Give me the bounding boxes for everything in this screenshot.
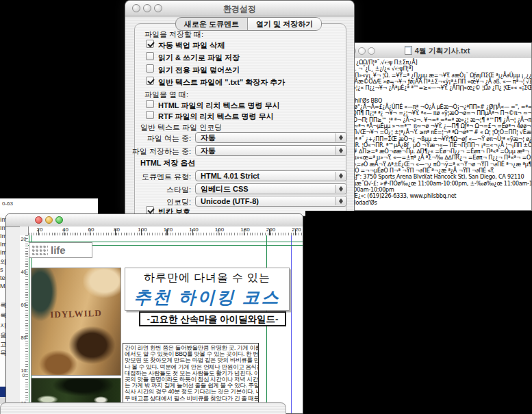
- ruler-label: 40: [21, 270, 27, 275]
- open-encoding-popup[interactable]: 자동: [195, 132, 347, 143]
- open-section-label: 파일을 열 때:: [144, 90, 188, 100]
- encoding-section-label: 일반 텍스트 파일 인코딩: [140, 122, 222, 133]
- preferences-dialog: 환경설정 새로운 도큐멘트 열기 및 저장하기 파일을 저장할 때: 자동 백업…: [125, 0, 355, 214]
- checkbox-label: HTML 파일의 리치 텍스트 명령 무시: [158, 101, 280, 111]
- html-section-label: HTML 저장 옵션: [140, 158, 195, 168]
- ruler-label: 80: [114, 227, 120, 233]
- subtitle-box[interactable]: -고요한 산속마을 아이딜와일드-: [139, 311, 286, 326]
- prefs-titlebar[interactable]: 환경설정: [125, 1, 354, 16]
- checkbox-label: RTF 파일의 리치 텍스트 명령 무시: [158, 112, 274, 122]
- popup-stepper-icon: [335, 172, 346, 180]
- checkbox-label: 읽기 전용 파일 덮어쓰기: [158, 65, 240, 75]
- headline-box[interactable]: 하루만에 다녀올 수 있는 추천 하이킹 코스: [125, 268, 290, 311]
- ruler-label: 40: [62, 227, 68, 233]
- guide-vertical-blue[interactable]: [291, 235, 292, 413]
- tab-open-save[interactable]: 열기 및 저장하기: [247, 18, 321, 30]
- ruler-corner: [20, 227, 29, 236]
- checkbox-save-readwrite[interactable]: [146, 52, 154, 60]
- ruler-label: 160: [215, 227, 224, 233]
- layout-titlebar[interactable]: [6, 214, 303, 227]
- dot-grid-icon: [31, 245, 48, 255]
- text-document-window: 4월 기획기사.txt [SD ¿ΩΩ/Π¦ª˝.√℮ψ Π±Σπ¿Å][#1.…: [342, 42, 532, 211]
- document-icon: [405, 46, 412, 55]
- ruler-label: 100: [138, 227, 147, 233]
- tab-control: 새로운 도큐멘트 열기 및 저장하기: [175, 17, 322, 31]
- checkmark-icon: [147, 77, 154, 85]
- forest-photo[interactable]: [31, 378, 121, 403]
- zoom-button[interactable]: [55, 216, 63, 224]
- checkbox-delete-backup[interactable]: [146, 40, 154, 48]
- checkbox-label: 읽기 & 쓰기로 파일 저장: [158, 53, 240, 63]
- horizontal-ruler[interactable]: 20 40 60 80 100 120 140 160 180 200 220: [28, 227, 303, 236]
- ruler-label: 140: [189, 227, 198, 233]
- body-text-box[interactable]: 간이 라면 한번 쯤은 들어봤을만큼 유명한 곳. 가게 이름 에서도 알 수 …: [123, 343, 259, 406]
- ruler-label: 220: [292, 227, 301, 233]
- foreground-window-top-edge[interactable]: [0, 402, 286, 414]
- window-title: 4월 기획기사.txt: [343, 46, 531, 56]
- background-window-fragment: 0-63: [0, 198, 98, 214]
- headline-small: 하루만에 다녀올 수 있는: [125, 271, 289, 285]
- ruler-label: 80: [21, 336, 27, 341]
- checkbox-ignore-html-rich[interactable]: [146, 100, 154, 108]
- save-encoding-popup[interactable]: 자동: [195, 145, 347, 156]
- carving-caption: IDYLWILD: [31, 307, 121, 322]
- minimize-button[interactable]: [45, 216, 53, 224]
- ruler-label: 120: [164, 227, 173, 233]
- popup-label: 인코딩:: [132, 197, 191, 207]
- checkmark-icon: [147, 207, 154, 214]
- checkmark-icon: [147, 40, 154, 48]
- ruler-label: 60: [21, 303, 27, 308]
- checkbox-append-txt[interactable]: [146, 77, 154, 85]
- ruler-label: 20: [21, 237, 27, 242]
- text-content[interactable]: [SD ¿ΩΩ/Π¦ª˝.√℮ψ Π±Σπ¿Å][#1. ¬˝¿Ĺ¸ ±¿/¿«…: [343, 58, 531, 210]
- ruler-label: 60: [88, 227, 94, 233]
- ruler-label: 20: [37, 227, 43, 233]
- popup-stepper-icon: [335, 146, 346, 155]
- document-canvas[interactable]: life IDYLWILD 하루만에 다녀올 수 있는 추천 하이킹 코스 -고…: [28, 235, 303, 413]
- ruler-label: 180: [240, 227, 249, 233]
- popup-label: 파일 저장하는 중:: [128, 146, 191, 157]
- checkbox-label: 일반 텍스트 파일에 ".txt" 확장자 추가: [158, 77, 285, 88]
- dialog-title: 환경설정: [125, 3, 354, 15]
- masthead-box[interactable]: life: [29, 242, 92, 258]
- ruler-label: 200: [266, 227, 275, 233]
- popup-label: 도큐멘트 유형:: [132, 172, 191, 182]
- close-button[interactable]: [35, 216, 42, 224]
- save-section-label: 파일을 저장할 때:: [144, 29, 203, 40]
- fragment-text: 0-63: [2, 200, 13, 207]
- popup-label: 스타일:: [132, 185, 191, 195]
- document-type-popup[interactable]: HTML 4.01 Strict: [195, 170, 347, 181]
- headline-big: 추천 하이킹 코스: [125, 286, 289, 309]
- popup-stepper-icon: [335, 197, 346, 205]
- style-popup[interactable]: 임베디드 CSS: [195, 183, 347, 194]
- guide-vertical-green[interactable]: [29, 235, 29, 413]
- popup-label: 파일 여는 중:: [138, 133, 191, 144]
- ruler-label: 100: [21, 369, 27, 378]
- checkbox-overwrite-readonly[interactable]: [146, 64, 154, 73]
- popup-stepper-icon: [335, 185, 346, 193]
- text-window-titlebar[interactable]: 4월 기획기사.txt: [343, 43, 531, 59]
- desktop-background: [305, 211, 532, 414]
- life-logo: life: [51, 244, 66, 256]
- wood-carving-photo[interactable]: IDYLWILD: [31, 268, 121, 376]
- tab-new-document[interactable]: 새로운 도큐멘트: [176, 18, 247, 30]
- encoding-popup[interactable]: Unicode (UTF-8): [195, 196, 347, 207]
- popup-stepper-icon: [335, 133, 346, 142]
- checkbox-label: 자동 백업 파일 삭제: [158, 40, 225, 51]
- checkbox-ignore-rtf-rich[interactable]: [146, 111, 154, 119]
- page-layout-window: 20 40 60 80 100 120 140 160 180 200 220 …: [5, 214, 303, 414]
